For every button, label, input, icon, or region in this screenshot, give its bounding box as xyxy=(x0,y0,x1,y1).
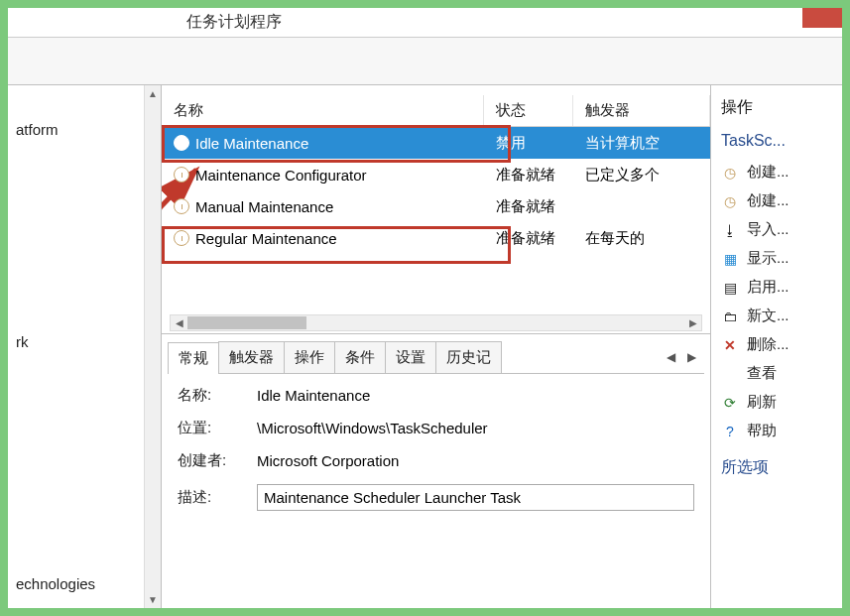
detail-tabs: 常规 触发器 操作 条件 设置 历史记 ◀ ▶ xyxy=(168,340,704,374)
actions-selected-title: 所选项 xyxy=(715,453,838,486)
clock-icon: ◷ xyxy=(721,164,739,182)
task-state: 禁用 xyxy=(484,130,573,157)
action-label: 导入... xyxy=(747,220,789,239)
action-label: 创建... xyxy=(747,191,789,210)
app-window: 任务计划程序 atform rk echnologies ▲ ▼ xyxy=(0,0,850,616)
details-pane: 常规 触发器 操作 条件 设置 历史记 ◀ ▶ 名称: Idle Mainten… xyxy=(162,333,710,608)
clock-icon xyxy=(174,198,189,214)
tab-settings[interactable]: 设置 xyxy=(385,341,436,373)
chevron-left-icon[interactable]: ◀ xyxy=(663,348,679,366)
action-label: 创建... xyxy=(747,163,789,182)
label-name: 名称: xyxy=(178,386,257,405)
action-refresh[interactable]: ⟳刷新 xyxy=(715,388,838,417)
delete-icon: ✕ xyxy=(721,336,739,354)
titlebar: 任务计划程序 xyxy=(8,8,842,38)
action-delete[interactable]: ✕删除... xyxy=(715,330,838,359)
tree-pane: atform rk echnologies ▲ ▼ xyxy=(8,85,162,608)
task-trigger xyxy=(573,202,710,210)
task-name: Idle Maintenance xyxy=(195,135,308,152)
center-pane: 名称 状态 触发器 Idle Maintenance 禁用 当计算机空 Main… xyxy=(162,85,711,608)
actions-section-title: TaskSc... xyxy=(715,128,838,158)
action-label: 新文... xyxy=(747,307,789,325)
action-create-task[interactable]: ◷创建... xyxy=(715,186,838,215)
import-icon: ⭳ xyxy=(721,221,739,239)
help-icon: ? xyxy=(721,423,739,440)
task-state: 准备就绪 xyxy=(484,225,573,252)
scroll-left-icon[interactable]: ◀ xyxy=(171,315,187,330)
tab-conditions[interactable]: 条件 xyxy=(334,341,386,373)
task-row[interactable]: Maintenance Configurator 准备就绪 已定义多个 xyxy=(162,159,710,190)
action-create-basic[interactable]: ◷创建... xyxy=(715,158,838,186)
scroll-right-icon[interactable]: ▶ xyxy=(684,315,701,330)
window-title: 任务计划程序 xyxy=(186,12,282,33)
clock-icon: ◷ xyxy=(721,192,739,210)
action-new-folder[interactable]: 🗀新文... xyxy=(715,302,838,330)
task-row[interactable]: Manual Maintenance 准备就绪 xyxy=(162,190,710,222)
action-show[interactable]: ▦显示... xyxy=(715,244,838,273)
tab-triggers[interactable]: 触发器 xyxy=(218,341,285,373)
task-columns-header: 名称 状态 触发器 xyxy=(162,85,710,127)
value-name: Idle Maintenance xyxy=(257,387,694,404)
actions-pane: 操作 TaskSc... ◷创建... ◷创建... ⭳导入... ▦显示...… xyxy=(711,85,842,608)
tab-actions[interactable]: 操作 xyxy=(284,341,335,373)
label-author: 创建者: xyxy=(178,451,257,470)
action-import[interactable]: ⭳导入... xyxy=(715,215,838,244)
action-label: 帮助 xyxy=(747,422,777,440)
tab-general[interactable]: 常规 xyxy=(168,342,219,374)
task-state: 准备就绪 xyxy=(484,162,573,188)
task-name: Maintenance Configurator xyxy=(195,167,367,184)
column-name[interactable]: 名称 xyxy=(162,95,484,126)
show-icon: ▦ xyxy=(721,250,739,268)
column-state[interactable]: 状态 xyxy=(484,95,573,126)
actions-header: 操作 xyxy=(715,91,838,128)
scroll-down-icon[interactable]: ▼ xyxy=(145,591,161,608)
scroll-up-icon[interactable]: ▲ xyxy=(145,85,161,102)
label-description: 描述: xyxy=(178,488,257,507)
tab-scroll[interactable]: ◀ ▶ xyxy=(663,348,704,366)
tree-item[interactable]: rk xyxy=(8,327,161,356)
action-view[interactable]: 查看 xyxy=(715,359,838,388)
task-row[interactable]: Regular Maintenance 准备就绪 在每天的 xyxy=(162,222,710,254)
column-trigger[interactable]: 触发器 xyxy=(573,95,710,126)
main-area: atform rk echnologies ▲ ▼ 名称 xyxy=(8,85,842,608)
task-trigger: 当计算机空 xyxy=(573,130,710,157)
task-row[interactable]: Idle Maintenance 禁用 当计算机空 xyxy=(162,127,710,159)
refresh-icon: ⟳ xyxy=(721,394,739,412)
action-label: 查看 xyxy=(747,364,777,383)
task-list: 名称 状态 触发器 Idle Maintenance 禁用 当计算机空 Main… xyxy=(162,85,710,333)
task-state: 准备就绪 xyxy=(484,193,573,220)
task-trigger: 在每天的 xyxy=(573,225,710,252)
description-input[interactable] xyxy=(257,484,694,511)
tree-item[interactable]: echnologies xyxy=(8,569,161,598)
clock-icon xyxy=(174,135,189,151)
tree-item[interactable]: atform xyxy=(8,115,161,144)
task-name: Regular Maintenance xyxy=(195,230,337,247)
general-form: 名称: Idle Maintenance 位置: \Microsoft\Wind… xyxy=(168,374,704,537)
action-enable[interactable]: ▤启用... xyxy=(715,273,838,302)
chevron-right-icon[interactable]: ▶ xyxy=(683,348,700,366)
vertical-scrollbar[interactable]: ▲ ▼ xyxy=(144,85,161,608)
action-label: 删除... xyxy=(747,335,789,354)
action-label: 显示... xyxy=(747,249,789,268)
enable-icon: ▤ xyxy=(721,279,739,297)
scroll-thumb[interactable] xyxy=(187,316,306,329)
horizontal-scrollbar[interactable]: ◀ ▶ xyxy=(170,314,702,331)
task-trigger: 已定义多个 xyxy=(573,162,710,188)
value-location: \Microsoft\Windows\TaskScheduler xyxy=(257,420,694,436)
value-author: Microsoft Corporation xyxy=(257,452,694,469)
newfolder-icon: 🗀 xyxy=(721,308,739,325)
close-button[interactable] xyxy=(802,8,842,28)
action-label: 刷新 xyxy=(747,393,777,412)
task-name: Manual Maintenance xyxy=(195,198,333,215)
action-help[interactable]: ?帮助 xyxy=(715,417,838,445)
tab-history[interactable]: 历史记 xyxy=(435,341,502,373)
toolbar xyxy=(8,38,842,85)
clock-icon xyxy=(174,230,189,246)
clock-icon xyxy=(174,167,189,183)
label-location: 位置: xyxy=(178,419,257,437)
action-label: 启用... xyxy=(747,278,789,297)
view-icon xyxy=(721,365,739,383)
